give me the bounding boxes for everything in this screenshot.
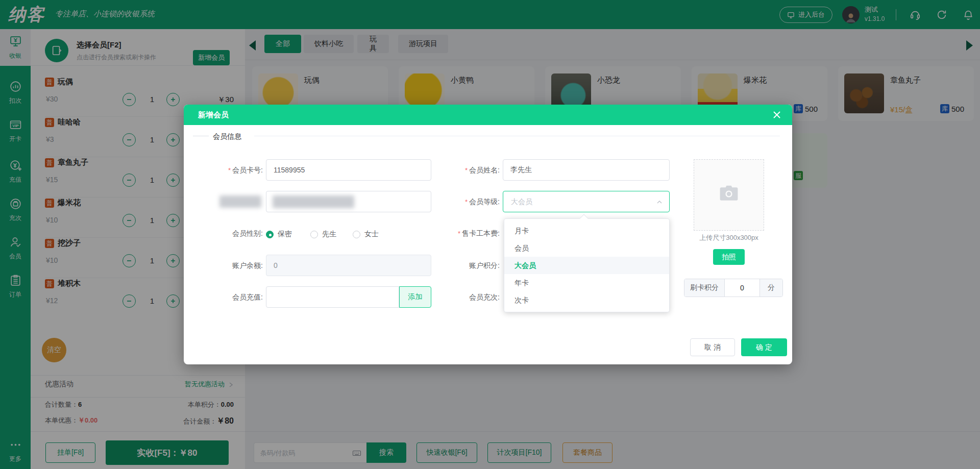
confirm-button[interactable]: 确 定	[741, 338, 787, 356]
card-no-input[interactable]	[266, 159, 431, 181]
radio-label: 先生	[322, 230, 336, 239]
redacted-value	[273, 195, 354, 208]
recharge-count-label: 会员充次:	[431, 286, 500, 308]
card-no-label: 会员卡号:	[194, 159, 263, 181]
member-level-label: 会员等级:	[431, 191, 500, 213]
gender-label: 会员性别:	[194, 223, 263, 244]
radio-dot	[353, 231, 360, 238]
photo-size-hint: 上传尺寸300x300px	[674, 233, 784, 242]
level-option-month-card[interactable]: 月卡	[504, 222, 669, 239]
member-level-select[interactable]: 大会员	[503, 191, 670, 212]
balance-label: 账户余额:	[194, 255, 263, 276]
gender-radio-secret[interactable]: 保密	[266, 230, 292, 239]
swipe-points-label: 刷卡积分	[684, 279, 724, 297]
recharge-label: 会员充值:	[194, 286, 263, 308]
cancel-button[interactable]: 取 消	[690, 338, 735, 356]
redacted-input[interactable]	[266, 191, 431, 212]
account-points-label: 账户积分:	[431, 255, 500, 276]
swipe-points-group: 刷卡积分 0 分	[684, 279, 783, 297]
level-option-year-card[interactable]: 年卡	[504, 274, 669, 291]
photo-upload-box[interactable]	[694, 159, 764, 231]
member-name-input[interactable]	[503, 159, 670, 181]
section-dash	[193, 136, 209, 136]
modal-title: 新增会员	[198, 105, 229, 125]
recharge-input[interactable]	[266, 286, 399, 308]
level-option-big-member[interactable]: 大会员	[504, 257, 669, 274]
level-option-count-card[interactable]: 次卡	[504, 291, 669, 309]
camera-icon	[718, 183, 740, 207]
redacted-label	[219, 195, 261, 208]
radio-dot	[266, 231, 274, 238]
gender-radio-male[interactable]: 先生	[310, 230, 336, 239]
section-title: 会员信息	[213, 132, 241, 141]
card-fee-label: 售卡工本费:	[431, 223, 500, 244]
pos-app: 纳客 专注单店、小连锁的收银系统 进入后台 测试 v1.31.0 收	[0, 0, 980, 469]
modal-header: 新增会员	[184, 105, 792, 125]
balance-input	[266, 255, 431, 276]
member-level-value: 大会员	[511, 191, 532, 212]
radio-label: 保密	[278, 230, 292, 239]
member-level-dropdown: 月卡 会员 大会员 年卡 次卡	[504, 218, 670, 312]
gender-radio-female[interactable]: 女士	[353, 230, 379, 239]
add-member-modal: 新增会员 会员信息 会员卡号: 会员姓名: 会员等级: 大会员 会员性别:	[184, 105, 792, 364]
swipe-points-value[interactable]: 0	[724, 279, 760, 297]
take-photo-button[interactable]: 拍照	[713, 249, 745, 265]
section-divider	[254, 136, 780, 136]
radio-label: 女士	[364, 230, 379, 239]
recharge-add-button[interactable]: 添加	[399, 286, 431, 308]
swipe-points-unit: 分	[760, 279, 782, 297]
chevron-up-icon	[656, 199, 663, 206]
level-option-member[interactable]: 会员	[504, 239, 669, 257]
member-name-label: 会员姓名:	[431, 159, 500, 181]
close-icon[interactable]	[771, 109, 783, 121]
radio-dot	[310, 231, 318, 238]
